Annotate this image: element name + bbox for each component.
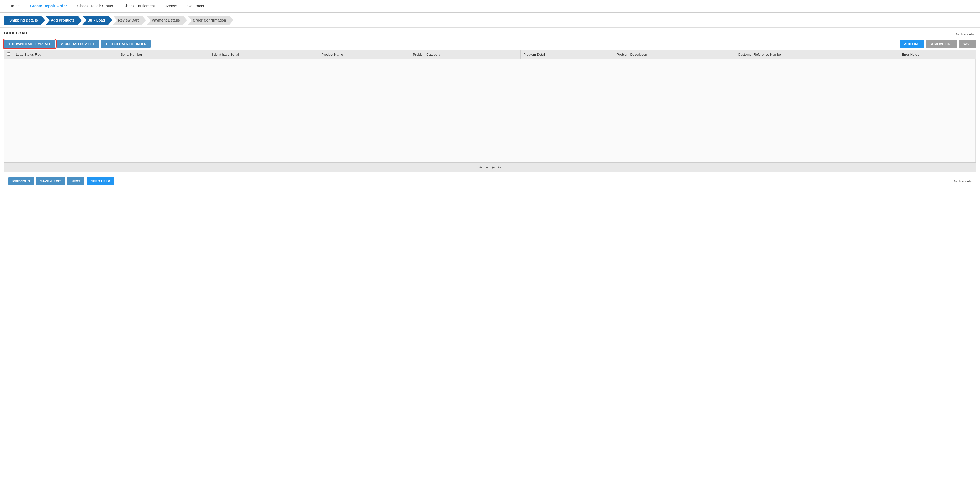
action-bar: 1. DOWNLOAD TEMPLATE 2. UPLOAD CSV FILE … [4,40,976,48]
nav-item-create-repair-order[interactable]: Create Repair Order [25,0,72,13]
action-bar-right: ADD LINE REMOVE LINE SAVE [900,40,976,48]
save-exit-button[interactable]: SAVE & EXIT [36,177,65,185]
upload-csv-button[interactable]: 2. UPLOAD CSV FILE [57,40,99,48]
nav-item-check-repair-status[interactable]: Check Repair Status [72,0,118,13]
action-bar-left: 1. DOWNLOAD TEMPLATE 2. UPLOAD CSV FILE … [4,40,151,48]
table-empty-row [5,59,975,162]
pagination-bar: ⏮ ◀ ▶ ⏭ [5,162,975,172]
col-load-status-flag: Load Status Flag [13,50,118,59]
nav-item-assets[interactable]: Assets [160,0,182,13]
col-problem-description: Problem Description [614,50,735,59]
table-header-row: Load Status Flag Serial Number I don't h… [5,50,975,59]
col-customer-ref: Customer Reference Numbe [735,50,899,59]
wizard-step-add-products[interactable]: Add Products [46,16,82,25]
bottom-bar-left: PREVIOUS SAVE & EXIT NEXT NEED HELP [8,177,114,185]
wizard-step-bulk-load[interactable]: Bulk Load [82,16,112,25]
section-title: BULK LOAD [4,31,27,35]
main-content: BULK LOAD No Records 1. DOWNLOAD TEMPLAT… [0,28,980,191]
download-template-button[interactable]: 1. DOWNLOAD TEMPLATE [4,40,55,48]
col-product-name: Product Name [319,50,410,59]
need-help-button[interactable]: NEED HELP [87,177,114,185]
col-problem-category: Problem Category [410,50,521,59]
pagination-prev-button[interactable]: ◀ [485,165,489,170]
add-line-button[interactable]: ADD LINE [900,40,924,48]
load-data-button[interactable]: 3. LOAD DATA TO ORDER [101,40,151,48]
save-button[interactable]: SAVE [959,40,976,48]
next-button[interactable]: NEXT [67,177,84,185]
no-records-top: No Records [956,32,974,36]
col-problem-detail: Problem Detail [521,50,614,59]
wizard-step-payment-details[interactable]: Payment Details [146,16,187,25]
table-body [5,59,975,162]
wizard-bar: Shipping Details Add Products Bulk Load … [0,13,980,28]
previous-button[interactable]: PREVIOUS [8,177,34,185]
col-no-serial: I don't have Serial [209,50,319,59]
col-error-notes: Error Notes [899,50,975,59]
nav-item-home[interactable]: Home [4,0,25,13]
wizard-step-shipping[interactable]: Shipping Details [4,16,45,25]
pagination-next-button[interactable]: ▶ [491,165,496,170]
nav-item-check-entitlement[interactable]: Check Entitlement [118,0,160,13]
wizard-step-review-cart[interactable]: Review Cart [113,16,146,25]
data-table-container: Load Status Flag Serial Number I don't h… [4,50,976,172]
remove-line-button[interactable]: REMOVE LINE [926,40,957,48]
top-bar: BULK LOAD No Records [4,31,976,38]
wizard-step-order-confirmation[interactable]: Order Confirmation [188,16,233,25]
select-all-checkbox[interactable] [7,52,10,56]
table-empty-cell [5,59,975,162]
nav-item-contracts[interactable]: Contracts [182,0,209,13]
pagination-last-button[interactable]: ⏭ [497,165,503,170]
data-table: Load Status Flag Serial Number I don't h… [5,50,975,162]
no-records-bottom: No Records [954,179,972,183]
top-navigation: Home Create Repair Order Check Repair St… [0,0,980,13]
checkbox-header [5,50,13,59]
bottom-bar: PREVIOUS SAVE & EXIT NEXT NEED HELP No R… [4,175,976,188]
pagination-first-button[interactable]: ⏮ [478,165,483,170]
col-serial-number: Serial Number [118,50,209,59]
